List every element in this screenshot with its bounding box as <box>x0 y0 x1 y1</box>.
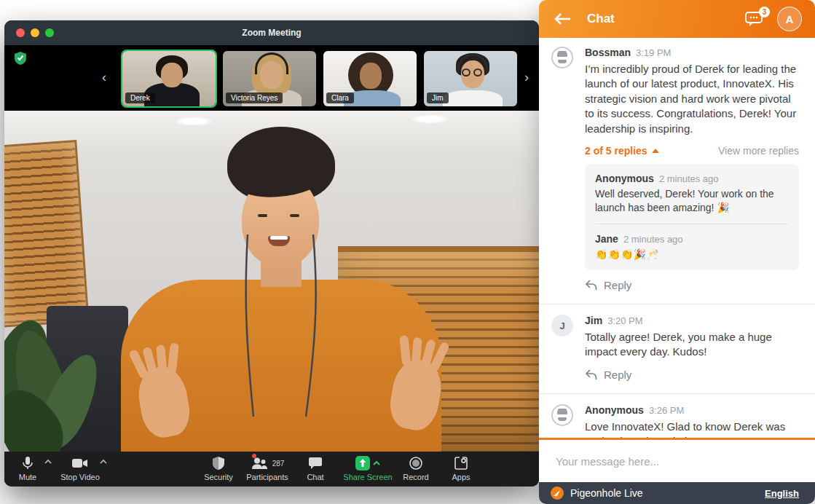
reply-button-label: Reply <box>604 369 631 381</box>
video-thumbnail-victoria[interactable]: Victoria Reyes <box>221 50 318 108</box>
video-thumbnail-clara[interactable]: Clara <box>322 50 418 108</box>
thumbnail-row: Derek Victoria Reyes Clara <box>121 50 519 108</box>
chat-panel-title: Chat <box>587 12 615 26</box>
chat-footer: Pigeonhole Live English <box>539 482 815 504</box>
reply-arrow-icon <box>585 369 597 380</box>
reply-author: Anonymous <box>595 173 654 184</box>
message-time: 3:26 PM <box>649 405 684 416</box>
chat-panel: Chat 3 A Bossman <box>539 0 815 504</box>
video-camera-icon <box>72 458 88 468</box>
message-input[interactable] <box>539 455 815 468</box>
message-time: 3:20 PM <box>607 315 642 326</box>
chat-message: Anonymous 3:26 PM Love InnovateX! Glad t… <box>551 404 799 438</box>
reply-time: 2 minutes ago <box>659 173 719 184</box>
chat-message: J Jim 3:20 PM Totally agree! Derek, you … <box>551 315 799 383</box>
chat-message-list: Bossman 3:19 PM I’m incredibly proud of … <box>539 38 815 438</box>
reply-button-label: Reply <box>604 279 631 291</box>
chat-threads-button[interactable]: 3 <box>745 10 765 28</box>
message-author: Anonymous <box>585 404 644 416</box>
reply-time: 2 minutes ago <box>623 234 683 245</box>
chat-message: Bossman 3:19 PM I’m incredibly proud of … <box>551 47 799 294</box>
collapse-replies-icon <box>652 149 659 153</box>
message-author: Jim <box>585 315 602 326</box>
replies-toggle[interactable]: 2 of 5 replies <box>585 145 659 157</box>
message-text: I’m incredibly proud of Derek for leadin… <box>585 62 799 136</box>
message-text: Love InnovateX! Glad to know Derek was s… <box>585 420 799 438</box>
reply-button[interactable]: Reply <box>585 279 631 291</box>
back-arrow-button[interactable] <box>554 12 571 25</box>
jim-avatar: J <box>551 315 573 336</box>
filmstrip-next-button[interactable]: › <box>520 70 533 85</box>
window-blinds-left <box>4 140 90 328</box>
security-shield-icon[interactable] <box>15 52 26 65</box>
ceiling-light <box>173 117 214 126</box>
reply-arrow-icon <box>585 280 597 291</box>
close-window-button[interactable] <box>16 28 25 37</box>
share-screen-icon <box>355 456 370 470</box>
chat-input-area <box>539 438 815 482</box>
video-thumbnail-derek[interactable]: Derek <box>121 50 217 108</box>
reply-button[interactable]: Reply <box>585 369 631 381</box>
anonymous-avatar-icon <box>551 47 573 68</box>
security-icon <box>213 457 224 470</box>
thread-divider <box>595 224 789 224</box>
apps-button[interactable]: Apps <box>428 455 494 481</box>
participants-icon <box>251 457 268 469</box>
view-more-replies-link[interactable]: View more replies <box>718 145 799 157</box>
replies-count-label: 2 of 5 replies <box>585 145 647 157</box>
meeting-toolbar: Mute Stop Video <box>4 452 539 487</box>
video-thumbnail-jim[interactable]: Jim <box>422 50 519 108</box>
traffic-lights <box>16 28 54 37</box>
participants-alert-dot <box>252 454 256 458</box>
zoom-meeting-window: Zoom Meeting ‹ Derek Victo <box>4 20 539 487</box>
apps-icon <box>454 457 468 470</box>
reply-emoji-text: 👏👏👏🎉🥂 <box>595 248 789 261</box>
message-time: 3:19 PM <box>636 47 671 58</box>
record-icon <box>409 457 422 470</box>
brand-name: Pigeonhole Live <box>570 487 643 499</box>
chat-header: Chat 3 A <box>539 0 815 38</box>
ceiling-light <box>409 114 450 124</box>
participant-name-tag: Clara <box>326 92 354 103</box>
reply-text: Well deserved, Derek! Your work on the l… <box>595 187 789 215</box>
reply-thread: Anonymous 2 minutes ago Well deserved, D… <box>585 164 799 270</box>
microphone-icon <box>22 456 34 470</box>
participant-name-tag: Jim <box>427 92 449 103</box>
fullscreen-window-button[interactable] <box>45 28 54 37</box>
video-filmstrip: ‹ Derek Victoria Reyes <box>4 45 539 111</box>
participant-name-tag: Derek <box>125 92 155 103</box>
video-options-caret[interactable] <box>100 460 107 464</box>
participant-name-tag: Victoria Reyes <box>226 92 283 103</box>
chat-bubble-icon <box>309 457 322 469</box>
person-eye <box>290 214 299 217</box>
minimize-window-button[interactable] <box>31 28 39 37</box>
language-link[interactable]: English <box>765 488 799 499</box>
anonymous-avatar-icon <box>551 404 573 426</box>
pigeonhole-logo-icon <box>551 487 564 500</box>
reply-author: Jane <box>595 233 618 245</box>
window-title: Zoom Meeting <box>4 20 539 45</box>
window-titlebar: Zoom Meeting <box>4 20 539 45</box>
unread-count-badge: 3 <box>759 7 770 17</box>
desktop: Zoom Meeting ‹ Derek Victo <box>0 0 815 504</box>
share-options-caret[interactable] <box>373 461 380 465</box>
main-video-feed <box>4 111 539 452</box>
filmstrip-prev-button[interactable]: ‹ <box>98 70 111 85</box>
person-eye <box>258 214 267 217</box>
message-text: Totally agree! Derek, you make a huge im… <box>585 330 799 360</box>
stop-video-button[interactable]: Stop Video <box>47 455 113 481</box>
user-avatar[interactable]: A <box>777 7 802 31</box>
message-divider <box>539 393 815 394</box>
message-author: Bossman <box>585 47 631 58</box>
message-divider <box>539 304 815 304</box>
